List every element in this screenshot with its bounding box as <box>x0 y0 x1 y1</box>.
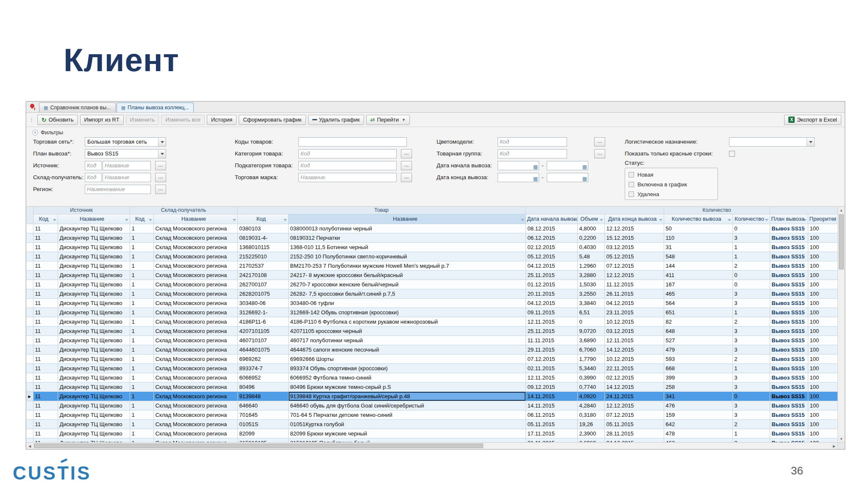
grid-cell[interactable]: Склад Московского региона <box>153 261 237 270</box>
grid-cell[interactable]: 4,2840 <box>577 401 604 410</box>
grid-cell[interactable]: 04.12.2015 <box>526 261 577 270</box>
grid-cell[interactable]: 11 <box>33 410 58 419</box>
grid-cell[interactable]: 893374-7 <box>237 363 288 373</box>
grid-cell[interactable]: 6066952 Футболка темно-синий <box>288 373 526 382</box>
grid-cell[interactable]: 2 <box>732 317 770 326</box>
grid-cell[interactable]: Вывоз SS15 <box>770 363 808 373</box>
grid-cell[interactable]: 593 <box>664 354 732 363</box>
grid-cell[interactable]: Склад Московского региона <box>153 363 237 373</box>
grid-cell[interactable]: 12.12.2015 <box>604 401 664 410</box>
grid-cell[interactable]: 1 <box>130 224 153 233</box>
column-header-9[interactable]: Количество вывоза <box>664 214 732 224</box>
grid-cell[interactable]: 26282- 7,5 кроссовки белый/т.синий р.7,5 <box>288 289 526 298</box>
grid-cell[interactable]: 465 <box>664 289 732 298</box>
vertical-scrollbar-thumb[interactable] <box>839 214 844 269</box>
edit-all-button[interactable]: Изменить все <box>161 115 205 125</box>
filter-icon[interactable] <box>284 219 287 221</box>
grid-cell[interactable]: 14.11.2015 <box>526 391 577 401</box>
trademark-lookup-button[interactable]: ... <box>401 173 412 182</box>
grid-cell[interactable]: 11 <box>33 242 58 252</box>
grid-cell[interactable]: 303480-06 <box>237 298 288 308</box>
grid-cell[interactable]: 159 <box>664 410 732 419</box>
grid-cell[interactable]: Склад Московского региона <box>153 326 237 336</box>
grid-cell[interactable]: 4,0920 <box>577 391 604 401</box>
grid-cell[interactable]: 11 <box>33 298 58 308</box>
grid-cell[interactable]: 02.12.2015 <box>526 242 577 252</box>
grid-cell[interactable]: Дискаунтер ТЦ Щелково <box>58 354 130 363</box>
chevron-down-icon[interactable] <box>158 138 166 146</box>
grid-cell[interactable]: Вывоз SS15 <box>770 382 808 391</box>
grid-cell[interactable]: 01051S <box>237 419 288 429</box>
grid-cell[interactable]: 08.12.2015 <box>526 224 577 233</box>
grid-cell[interactable]: 167 <box>664 280 732 289</box>
table-row[interactable]: 11Дискаунтер ТЦ Щелково1Склад Московског… <box>26 317 837 326</box>
grid-cell[interactable]: 05.12.2015 <box>526 252 577 261</box>
status-option-deleted[interactable]: Удалена <box>629 191 659 197</box>
grid-cell[interactable]: 2 <box>732 419 770 429</box>
grid-cell[interactable]: Вывоз SS15 <box>770 261 808 270</box>
grid-cell[interactable]: 07.12.2015 <box>604 261 664 270</box>
grid-cell[interactable]: 21702537 <box>237 261 288 270</box>
trade-network-select[interactable]: Большая торговая сеть <box>85 137 166 147</box>
history-button[interactable]: История <box>207 115 236 125</box>
grid-cell[interactable]: 1 <box>130 280 153 289</box>
grid-cell[interactable]: 5,48 <box>577 252 604 261</box>
table-row[interactable]: 11Дискаунтер ТЦ Щелково1Склад Московског… <box>26 363 837 373</box>
grid-cell[interactable]: 69692666 Шорты <box>288 354 526 363</box>
table-row[interactable]: 11Дискаунтер ТЦ Щелково1Склад Московског… <box>26 382 837 391</box>
grid-cell[interactable]: 2628201075 <box>237 289 288 298</box>
product-category-lookup-button[interactable]: ... <box>401 149 412 158</box>
grid-cell[interactable]: 100 <box>808 224 837 233</box>
grid-cell[interactable]: Склад Московского региона <box>153 410 237 419</box>
grid-cell[interactable]: Склад Московского региона <box>153 336 237 345</box>
grid-cell[interactable]: Вывоз SS15 <box>770 280 808 289</box>
product-group-input[interactable]: Код <box>498 149 567 158</box>
grid-cell[interactable]: 10.12.2015 <box>604 317 664 326</box>
grid-cell[interactable]: Дискаунтер ТЦ Щелково <box>58 252 130 261</box>
grid-cell[interactable]: Склад Московского региона <box>153 401 237 410</box>
grid-cell[interactable]: Дискаунтер ТЦ Щелково <box>58 233 130 242</box>
chevron-down-icon[interactable] <box>158 150 166 158</box>
table-row[interactable]: 11Дискаунтер ТЦ Щелково1Склад Московског… <box>26 326 837 336</box>
grid-cell[interactable]: 1 <box>130 317 153 326</box>
grid-cell[interactable]: 701-64 5 Перчатки детские темно-синий <box>288 410 526 419</box>
column-header-1[interactable]: Название <box>58 214 130 224</box>
grid-cell[interactable]: Дискаунтер ТЦ Щелково <box>58 363 130 373</box>
grid-cell[interactable]: 11 <box>33 382 58 391</box>
grid-cell[interactable]: 701645 <box>237 410 288 419</box>
grid-cell[interactable]: 19,26 <box>577 419 604 429</box>
grid-cell[interactable]: 479 <box>664 345 732 354</box>
scroll-left-icon[interactable]: ◀ <box>26 443 33 449</box>
grid-cell[interactable]: 1 <box>130 308 153 317</box>
grid-cell[interactable]: 0,3180 <box>577 410 604 419</box>
grid-cell[interactable]: 1 <box>130 252 153 261</box>
grid-cell[interactable]: 2,3900 <box>577 429 604 438</box>
grid-cell[interactable]: Склад Московского региона <box>153 298 237 308</box>
grid-cell[interactable]: 399 <box>664 373 732 382</box>
grid-cell[interactable]: 100 <box>808 242 837 252</box>
table-row[interactable]: 11Дискаунтер ТЦ Щелково1Склад Московског… <box>26 270 837 280</box>
calendar-icon[interactable]: ▦ <box>533 175 538 182</box>
grid-cell[interactable]: 26.11.2015 <box>604 289 664 298</box>
tab-collection-export-plans[interactable]: ▦ Планы вывоза коллекц... <box>117 103 194 112</box>
warehouse-code-input[interactable]: Код <box>85 173 102 182</box>
grid-cell[interactable]: Вывоз SS15 <box>770 373 808 382</box>
grid-cell[interactable]: 3 <box>732 401 770 410</box>
status-option-in-schedule[interactable]: Включена в график <box>629 181 687 188</box>
filter-icon[interactable] <box>728 219 731 221</box>
grid-cell[interactable]: 02.11.2015 <box>526 363 577 373</box>
grid-cell[interactable]: 100 <box>808 261 837 270</box>
grid-cell[interactable]: 460717 полуботинки черный <box>288 336 526 345</box>
grid-cell[interactable]: 29.11.2015 <box>526 345 577 354</box>
column-header-2[interactable]: Код <box>130 214 153 224</box>
grid-cell[interactable]: Вывоз SS15 <box>770 410 808 419</box>
grid-cell[interactable]: 9,0720 <box>577 326 604 336</box>
grid-cell[interactable]: 2 <box>732 354 770 363</box>
grid-cell[interactable]: 11.11.2015 <box>526 336 577 345</box>
grid-cell[interactable]: 11.12.2015 <box>604 280 664 289</box>
grid-cell[interactable]: 3126692-1- <box>237 308 288 317</box>
grid-cell[interactable]: 12.11.2015 <box>526 317 577 326</box>
table-row[interactable]: 11Дискаунтер ТЦ Щелково1Склад Московског… <box>26 308 837 317</box>
grid-cell[interactable]: Склад Московского региона <box>153 233 237 242</box>
grid-cell[interactable]: Вывоз SS15 <box>770 298 808 308</box>
